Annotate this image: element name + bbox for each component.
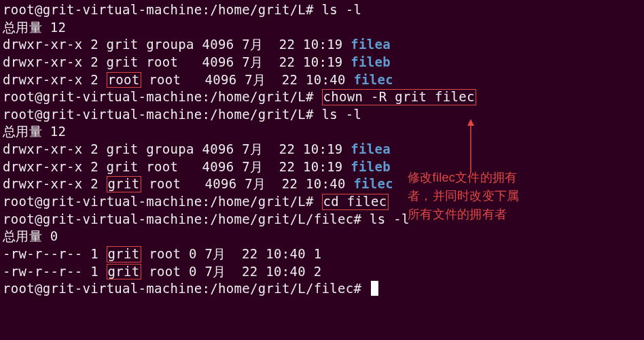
dir-filec: filec <box>353 72 393 87</box>
prompt: root@grit-virtual-machine:/home/grit/L# <box>3 194 314 209</box>
dir-filea: filea <box>351 141 391 156</box>
highlight-command-chown: chown -R grit filec <box>322 89 476 105</box>
prompt: root@grit-virtual-machine:/home/grit/L# <box>3 89 314 104</box>
prompt: root@grit-virtual-machine:/home/grit/L/f… <box>3 281 361 296</box>
prompt: root@grit-virtual-machine:/home/grit/L# <box>3 2 314 17</box>
highlight-owner-grit: grit <box>107 246 141 262</box>
annotation-text: 修改filec文件的拥有 者，并同时改变下属 所有文件的拥有者 <box>408 169 632 224</box>
command-ls: ls -l <box>322 107 362 122</box>
ls-entry-filea: drwxr-xr-x 2 grit groupa 4096 7月 22 10:1… <box>3 36 641 54</box>
ls-entry-2: -rw-r--r-- 1 grit root 0 7月 22 10:40 2 <box>3 263 641 281</box>
highlight-command-cd: cd filec <box>322 194 389 210</box>
cursor-icon <box>371 281 378 296</box>
terminal-line: root@grit-virtual-machine:/home/grit/L# … <box>3 1 641 19</box>
prompt: root@grit-virtual-machine:/home/grit/L# <box>3 107 314 122</box>
total-line: 总用量 12 <box>3 123 641 141</box>
dir-fileb: fileb <box>351 54 391 69</box>
ls-entry-filec: drwxr-xr-x 2 root root 4096 7月 22 10:40 … <box>3 71 641 89</box>
command-ls: ls -l <box>322 2 362 17</box>
ls-entry-filea: drwxr-xr-x 2 grit groupa 4096 7月 22 10:1… <box>3 141 641 158</box>
terminal-line[interactable]: root@grit-virtual-machine:/home/grit/L/f… <box>3 280 641 298</box>
highlight-owner-grit: grit <box>107 264 141 280</box>
terminal-line: root@grit-virtual-machine:/home/grit/L# … <box>3 88 641 106</box>
total-line: 总用量 0 <box>3 228 641 245</box>
command-ls: ls -l <box>370 211 410 226</box>
highlight-owner-root: root <box>107 72 141 88</box>
dir-filec: filec <box>353 176 393 191</box>
ls-entry-1: -rw-r--r-- 1 grit root 0 7月 22 10:40 1 <box>3 245 641 263</box>
total-line: 总用量 12 <box>3 19 641 37</box>
terminal-line: root@grit-virtual-machine:/home/grit/L# … <box>3 106 641 124</box>
dir-filea: filea <box>351 37 391 52</box>
highlight-owner-grit: grit <box>107 176 141 192</box>
dir-fileb: fileb <box>351 159 391 174</box>
prompt: root@grit-virtual-machine:/home/grit/L/f… <box>3 211 361 226</box>
ls-entry-fileb: drwxr-xr-x 2 grit root 4096 7月 22 10:19 … <box>3 54 641 71</box>
